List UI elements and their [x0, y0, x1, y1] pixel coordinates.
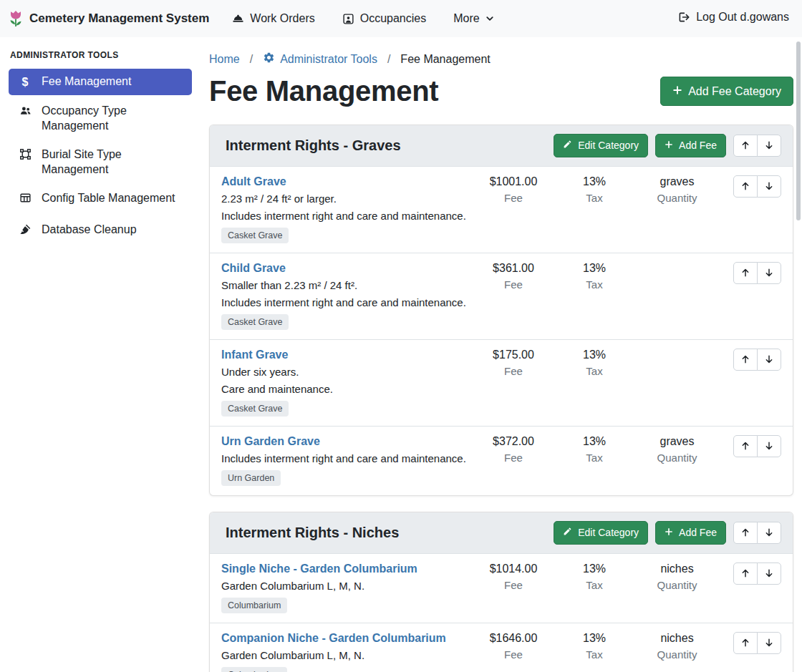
nav-more-label: More	[453, 12, 479, 25]
page-title: Fee Management	[209, 75, 438, 107]
fee-move-down-button[interactable]	[757, 632, 781, 654]
category-move-up-button[interactable]	[733, 522, 758, 544]
nav-work-orders[interactable]: Work Orders	[232, 12, 314, 25]
breadcrumb-current: Fee Management	[400, 53, 490, 66]
nav-more[interactable]: More	[453, 12, 493, 25]
fee-description: Smaller than 2.23 m² / 24 ft².	[221, 279, 468, 292]
fee-move-down-button[interactable]	[757, 262, 781, 284]
category-move-up-button[interactable]	[733, 135, 758, 157]
fee-tag: Casket Grave	[221, 228, 289, 243]
fee-move-down-button[interactable]	[757, 175, 781, 198]
add-fee-button[interactable]: Add Fee	[655, 134, 726, 157]
fee-move-down-button[interactable]	[757, 435, 781, 457]
plus-icon	[665, 527, 673, 539]
page-header: Fee Management Add Fee Category	[209, 75, 793, 107]
sidebar-nav: $ Fee Management Occupancy Type Manageme…	[9, 69, 192, 245]
fee-row: Urn Garden Grave Includes interment righ…	[210, 426, 793, 495]
dollar-icon: $	[17, 75, 33, 89]
fee-amount-col: $372.00 Fee	[474, 435, 553, 464]
fee-name-link[interactable]: Urn Garden Grave	[221, 435, 320, 448]
add-fee-category-label: Add Fee Category	[688, 84, 781, 98]
vector-square-icon	[17, 148, 33, 164]
fee-reorder-group	[733, 563, 781, 585]
fee-move-down-button[interactable]	[757, 349, 781, 371]
fee-amount: $175.00	[474, 349, 553, 361]
fee-amount-col: $1646.00 Fee	[474, 632, 553, 661]
main-content: Home / Administrator Tools / Fee Managem…	[200, 37, 802, 672]
fee-quantity: niches	[636, 632, 718, 645]
breadcrumb-home-label: Home	[209, 53, 240, 66]
fee-amount-label: Fee	[474, 192, 553, 204]
logout-link[interactable]: Log Out d.gowans	[677, 11, 789, 24]
breadcrumb-administrator-tools[interactable]: Administrator Tools	[263, 52, 377, 67]
add-fee-button[interactable]: Add Fee	[655, 521, 726, 545]
fee-quantity-label: Quantity	[636, 648, 718, 661]
fee-move-up-button[interactable]	[733, 262, 758, 284]
scrollbar-thumb[interactable]	[796, 42, 801, 220]
fee-move-up-button[interactable]	[733, 563, 758, 585]
fee-amount: $361.00	[474, 262, 553, 275]
person-frame-icon	[342, 13, 354, 25]
fee-tax-label: Tax	[559, 278, 630, 291]
edit-category-button[interactable]: Edit Category	[554, 134, 648, 157]
fee-tag-wrap: Columbarium	[221, 667, 468, 672]
fee-description: Includes interment right and care and ma…	[221, 452, 468, 465]
nav-occupancies[interactable]: Occupancies	[342, 12, 427, 25]
fee-name-link[interactable]: Companion Niche - Garden Columbarium	[221, 632, 446, 645]
fee-amount-label: Fee	[474, 365, 553, 377]
fee-tax-col: 13% Tax	[559, 175, 630, 204]
tulip-logo-icon	[9, 9, 23, 28]
fee-move-up-button[interactable]	[733, 435, 758, 457]
sidebar-item-config-table-management[interactable]: Config Table Management	[9, 185, 192, 213]
breadcrumb-admin-tools-label: Administrator Tools	[280, 53, 377, 66]
edit-category-button[interactable]: Edit Category	[554, 521, 648, 545]
fee-tax: 13%	[559, 175, 630, 188]
fee-amount-label: Fee	[474, 278, 553, 291]
add-fee-label: Add Fee	[679, 527, 717, 539]
fee-info: Adult Grave 2.23 m² / 24 ft² or larger. …	[221, 175, 468, 243]
fee-tag-wrap: Casket Grave	[221, 228, 468, 243]
category-move-down-button[interactable]	[757, 522, 781, 544]
fee-tag-wrap: Urn Garden	[221, 470, 468, 486]
fee-row: Companion Niche - Garden Columbarium Gar…	[210, 623, 793, 672]
fee-tax: 13%	[559, 435, 630, 448]
pencil-icon	[563, 140, 572, 152]
fee-move-up-button[interactable]	[733, 349, 758, 371]
sidebar-item-label: Occupancy Type Management	[42, 104, 183, 133]
sidebar-item-burial-site-type-management[interactable]: Burial Site Type Management	[9, 142, 192, 182]
fee-tag-wrap: Casket Grave	[221, 314, 468, 330]
add-fee-label: Add Fee	[679, 140, 717, 152]
fee-reorder-group	[733, 262, 781, 284]
fee-quantity-label: Quantity	[636, 579, 718, 591]
category-move-down-button[interactable]	[757, 135, 781, 157]
fee-info: Companion Niche - Garden Columbarium Gar…	[221, 632, 468, 672]
category-reorder-group	[733, 522, 781, 544]
sidebar-item-fee-management[interactable]: $ Fee Management	[9, 69, 192, 95]
fee-move-up-button[interactable]	[733, 632, 758, 654]
fee-tax-label: Tax	[559, 192, 630, 204]
fee-quantity: graves	[636, 175, 718, 188]
add-fee-category-button[interactable]: Add Fee Category	[660, 77, 793, 106]
breadcrumb-home[interactable]: Home	[209, 53, 240, 66]
fee-reorder-group	[733, 349, 781, 371]
sidebar-item-database-cleanup[interactable]: Database Cleanup	[9, 217, 192, 245]
fee-name-link[interactable]: Single Niche - Garden Columbarium	[221, 563, 417, 575]
category-card-graves: Interment Rights - Graves Edit Category …	[209, 125, 793, 496]
fee-amount-label: Fee	[474, 452, 553, 464]
fee-quantity-col: graves Quantity	[636, 435, 718, 464]
fee-move-up-button[interactable]	[733, 175, 758, 198]
fee-name-link[interactable]: Infant Grave	[221, 349, 288, 361]
fee-move-down-button[interactable]	[757, 563, 781, 585]
sidebar-item-occupancy-type-management[interactable]: Occupancy Type Management	[9, 98, 192, 139]
fee-tax-col: 13% Tax	[559, 262, 630, 291]
fee-name-link[interactable]: Adult Grave	[221, 175, 286, 188]
fee-row: Adult Grave 2.23 m² / 24 ft² or larger. …	[210, 166, 793, 253]
fee-name-link[interactable]: Child Grave	[221, 262, 286, 275]
fee-quantity-col: niches Quantity	[636, 563, 718, 591]
fee-tag-wrap: Casket Grave	[221, 401, 468, 417]
category-actions: Edit Category Add Fee	[554, 134, 781, 157]
brand-link[interactable]: Cemetery Management System	[9, 9, 209, 28]
fee-description: Under six years.	[221, 366, 468, 379]
nav-occupancies-label: Occupancies	[360, 12, 427, 25]
fee-quantity-col	[636, 262, 718, 266]
